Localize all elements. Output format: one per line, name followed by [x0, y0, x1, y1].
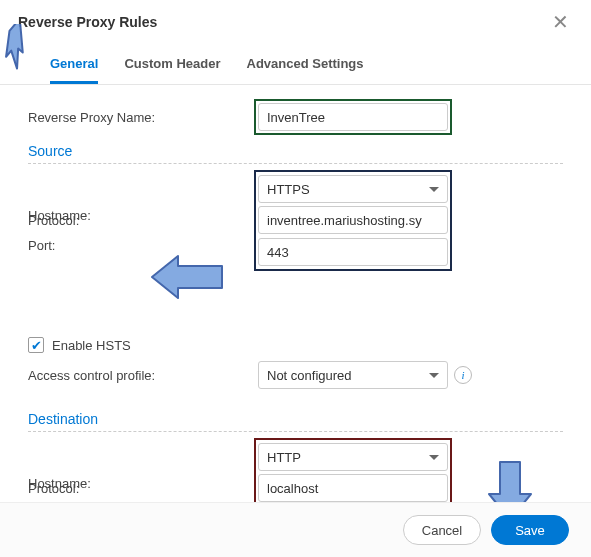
reverse-proxy-name-input[interactable] — [258, 103, 448, 131]
label-source-port: Port: — [28, 238, 258, 253]
tab-advanced-settings[interactable]: Advanced Settings — [247, 50, 364, 84]
label-source-hostname: Hostname: — [28, 208, 258, 223]
tab-general[interactable]: General — [50, 50, 98, 84]
divider — [28, 163, 563, 164]
destination-protocol-value: HTTP — [267, 450, 301, 465]
row-hsts: ✔ Enable HSTS — [28, 331, 563, 357]
chevron-down-icon — [429, 187, 439, 192]
source-hostname-input[interactable] — [258, 206, 448, 234]
destination-hostname-input[interactable] — [258, 474, 448, 502]
tabs: General Custom Header Advanced Settings — [0, 42, 591, 85]
dialog: Reverse Proxy Rules ✕ General Custom Hea… — [0, 0, 591, 557]
destination-protocol-select[interactable]: HTTP — [258, 443, 448, 471]
label-acp: Access control profile: — [28, 368, 258, 383]
source-protocol-select[interactable]: HTTPS — [258, 175, 448, 203]
row-acp: Access control profile: Not configured i — [28, 357, 563, 393]
label-name: Reverse Proxy Name: — [28, 110, 258, 125]
chevron-down-icon — [429, 455, 439, 460]
section-source-heading: Source — [28, 135, 563, 161]
section-destination-heading: Destination — [28, 403, 563, 429]
info-icon[interactable]: i — [454, 366, 472, 384]
source-protocol-value: HTTPS — [267, 182, 310, 197]
source-port-input[interactable] — [258, 238, 448, 266]
dialog-title: Reverse Proxy Rules — [18, 14, 157, 30]
divider — [28, 431, 563, 432]
save-button[interactable]: Save — [491, 515, 569, 545]
access-control-profile-select[interactable]: Not configured — [258, 361, 448, 389]
acp-value: Not configured — [267, 368, 352, 383]
title-bar: Reverse Proxy Rules ✕ — [0, 0, 591, 42]
footer: Cancel Save — [0, 502, 591, 557]
chevron-down-icon — [429, 373, 439, 378]
close-icon[interactable]: ✕ — [548, 10, 573, 34]
enable-hsts-checkbox[interactable]: ✔ — [28, 337, 44, 353]
content: Reverse Proxy Name: Source Protocol: HTT… — [0, 85, 591, 539]
row-name: Reverse Proxy Name: — [28, 99, 563, 135]
label-enable-hsts: Enable HSTS — [52, 338, 131, 353]
label-dest-hostname: Hostname: — [28, 476, 258, 491]
cancel-button[interactable]: Cancel — [403, 515, 481, 545]
tab-custom-header[interactable]: Custom Header — [124, 50, 220, 84]
